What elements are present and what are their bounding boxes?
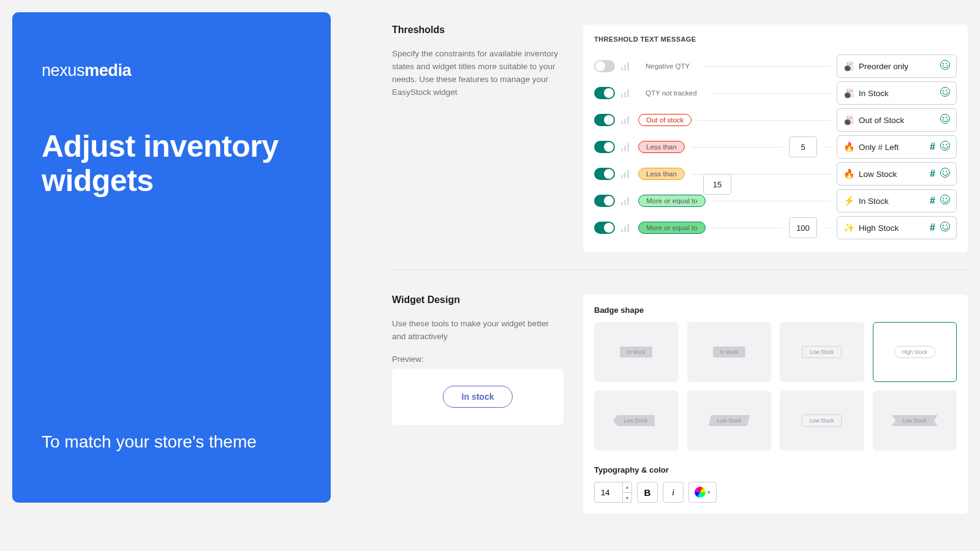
connector-line [703, 66, 831, 67]
badge-shape-option[interactable]: In stock [687, 322, 772, 382]
font-size-input[interactable]: 14 ▲ ▼ [594, 482, 632, 503]
message-input[interactable]: ✨High Stock# [837, 216, 957, 239]
threshold-row: More or equal to100✨High Stock# [594, 214, 957, 241]
condition-tag: Negative QTY [638, 61, 697, 72]
badge-shape-option[interactable]: Low Stock [687, 391, 772, 451]
message-text: High Stock [859, 223, 926, 233]
threshold-toggle[interactable] [594, 141, 615, 153]
preview-badge: In stock [443, 386, 513, 408]
threshold-value-input[interactable]: 100 [789, 217, 817, 238]
threshold-toggle[interactable] [594, 222, 615, 234]
bar-chart-icon [621, 89, 632, 97]
color-wheel-icon [695, 487, 706, 498]
bar-chart-icon [621, 223, 632, 232]
emoji-picker-button[interactable] [940, 114, 950, 126]
font-size-down[interactable]: ▼ [623, 492, 631, 503]
message-text: Out of Stock [859, 116, 937, 125]
message-text: Preorder only [859, 62, 937, 71]
shape-sample: High Stock [894, 346, 935, 358]
condition-tag: More or equal to [638, 195, 706, 207]
thresholds-heading: Thresholds [392, 24, 564, 36]
threshold-toggle[interactable] [594, 87, 615, 99]
badge-shape-option[interactable]: Low Stock [594, 391, 679, 451]
condition-tag: QTY not tracked [638, 88, 704, 99]
emoji-picker-button[interactable] [940, 141, 950, 153]
threshold-row: QTY not tracked🎳In Stock [594, 80, 957, 107]
bar-chart-icon [621, 116, 632, 124]
thresholds-desc: Specify the constraints for available in… [392, 48, 564, 99]
bar-chart-icon [621, 170, 632, 178]
bold-button[interactable]: B [637, 482, 658, 503]
threshold-row: Less than5🔥Only # Left# [594, 133, 957, 160]
hero-panel: nexusmedia Adjust inventory widgets To m… [12, 12, 331, 503]
threshold-toggle[interactable] [594, 114, 615, 126]
message-emoji-icon: 🎳 [843, 88, 855, 99]
threshold-toggle[interactable] [594, 60, 615, 72]
threshold-row: More or equal to⚡In Stock# [594, 187, 957, 214]
emoji-picker-button[interactable] [940, 195, 950, 207]
message-emoji-icon: 🔥 [843, 141, 855, 152]
insert-count-button[interactable]: # [930, 168, 935, 179]
emoji-picker-button[interactable] [940, 222, 950, 234]
insert-count-button[interactable]: # [930, 195, 935, 206]
message-input[interactable]: 🎳Out of Stock [837, 108, 957, 132]
condition-tag: Out of stock [638, 114, 692, 126]
threshold-row: Out of stock🎳Out of Stock [594, 107, 957, 133]
preview-label: Preview: [392, 354, 564, 364]
bar-chart-icon [621, 197, 632, 205]
message-input[interactable]: ⚡In Stock# [837, 189, 957, 212]
badge-shape-option[interactable]: Low Stock [780, 322, 864, 382]
connector-line [712, 201, 831, 201]
condition-tag: More or equal to [638, 222, 706, 234]
threshold-value-input[interactable]: 5 [789, 137, 817, 157]
message-text: In Stock [859, 89, 937, 98]
color-picker-button[interactable]: ▾ [688, 482, 717, 503]
brand-logo: nexusmedia [42, 61, 301, 80]
threshold-value-input[interactable]: 15 [703, 174, 731, 195]
insert-count-button[interactable]: # [930, 141, 935, 152]
bar-chart-icon [621, 62, 632, 70]
badge-shape-option[interactable]: In stock [594, 322, 679, 382]
bar-chart-icon [621, 143, 632, 151]
shape-sample: Low Stock [895, 415, 934, 426]
badge-shape-option[interactable]: Low Stock [873, 391, 957, 451]
message-text: Only # Left [859, 143, 926, 152]
connector-line [710, 93, 831, 94]
message-input[interactable]: 🔥Only # Left# [837, 135, 957, 159]
threshold-row: Less than🔥Low Stock# [594, 160, 957, 187]
threshold-toggle[interactable] [594, 168, 615, 180]
hero-title: Adjust inventory widgets [42, 129, 301, 198]
connector-line [712, 228, 783, 228]
hero-subtitle: To match your store's theme [42, 430, 301, 454]
shape-sample: In stock [713, 347, 745, 358]
message-emoji-icon: 🔥 [843, 168, 855, 179]
message-input[interactable]: 🎳Preorder only [837, 54, 957, 78]
condition-tag: Less than [638, 168, 685, 180]
threshold-toggle[interactable] [594, 195, 615, 207]
thresholds-card-title: THRESHOLD TEXT MESSAGE [594, 36, 957, 43]
shape-sample: Low Stock [617, 415, 655, 426]
message-input[interactable]: 🔥Low Stock# [837, 162, 957, 186]
design-heading: Widget Design [392, 294, 564, 305]
shape-sample: Low Stock [802, 346, 842, 358]
typography-title: Typography & color [594, 465, 957, 474]
message-emoji-icon: ✨ [843, 222, 855, 233]
emoji-picker-button[interactable] [940, 60, 950, 72]
threshold-row: Negative QTY🎳Preorder only [594, 53, 957, 80]
italic-button[interactable]: i [663, 482, 684, 503]
design-card: Badge shape In stockIn stockLow StockHig… [583, 294, 968, 514]
emoji-picker-button[interactable] [940, 87, 950, 99]
thresholds-card: THRESHOLD TEXT MESSAGE Negative QTY🎳Preo… [583, 24, 968, 252]
font-size-up[interactable]: ▲ [623, 482, 631, 492]
preview-box: In stock [392, 369, 564, 425]
insert-count-button[interactable]: # [930, 222, 935, 233]
message-text: Low Stock [859, 170, 926, 179]
connector-line [691, 147, 783, 148]
badge-shape-option[interactable]: High Stock [873, 322, 957, 382]
message-input[interactable]: 🎳In Stock [837, 81, 957, 105]
message-text: In Stock [859, 197, 926, 206]
badge-shape-title: Badge shape [594, 305, 957, 315]
emoji-picker-button[interactable] [940, 168, 950, 180]
connector-line [698, 120, 831, 121]
badge-shape-option[interactable]: Low Stock [780, 391, 864, 451]
